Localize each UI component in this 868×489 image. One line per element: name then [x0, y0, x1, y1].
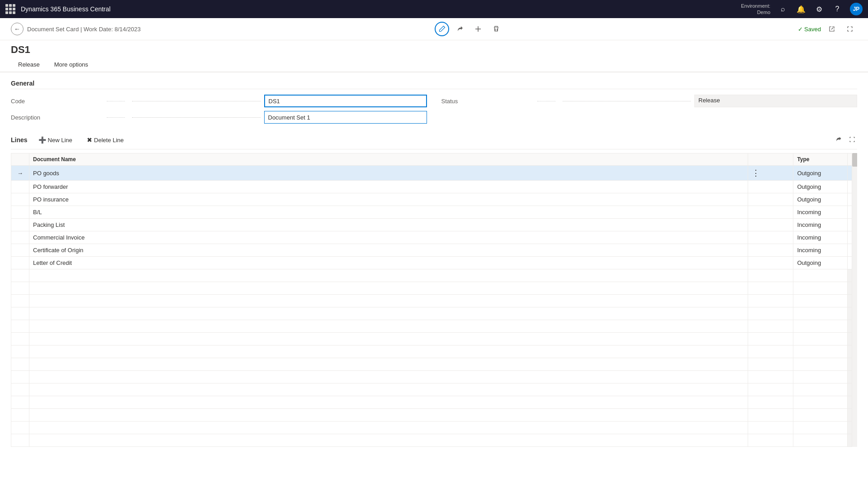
table-row[interactable] [11, 434, 857, 447]
user-avatar[interactable]: JP [850, 3, 863, 15]
empty-cell [793, 371, 848, 384]
empty-cell [748, 434, 793, 447]
scrollbar-thumb[interactable] [852, 153, 857, 167]
table-row[interactable] [11, 409, 857, 422]
empty-cell [29, 269, 748, 282]
delete-line-icon: ✖ [87, 136, 92, 144]
main-content: General Code Description [0, 72, 868, 489]
table-row[interactable]: Packing ListIncoming [11, 219, 857, 231]
row-document-name: Certificate of Origin [29, 244, 748, 257]
table-row[interactable]: →PO goods⋮Outgoing [11, 166, 857, 181]
share-button[interactable] [453, 22, 467, 36]
settings-icon[interactable]: ⚙ [814, 4, 825, 14]
bell-icon[interactable]: 🔔 [796, 4, 806, 14]
breadcrumb: Document Set Card | Work Date: 8/14/2023 [27, 26, 141, 33]
table-row[interactable] [11, 345, 857, 358]
add-button[interactable] [471, 22, 485, 36]
empty-cell [748, 384, 793, 396]
row-context-menu-icon[interactable]: ⋮ [752, 168, 760, 177]
empty-cell [11, 320, 29, 333]
empty-cell [748, 358, 793, 371]
open-in-button[interactable] [825, 22, 839, 36]
delete-line-button[interactable]: ✖ Delete Line [83, 134, 128, 145]
empty-cell [748, 295, 793, 307]
empty-cell [793, 333, 848, 345]
row-extra [748, 257, 793, 269]
table-row[interactable] [11, 269, 857, 282]
empty-cell [11, 434, 29, 447]
table-row[interactable]: PO forwarderOutgoing [11, 181, 857, 193]
row-arrow [11, 219, 29, 231]
lines-expand-button[interactable] [847, 135, 857, 145]
back-button[interactable]: ← [11, 23, 24, 35]
lines-share-button[interactable] [834, 135, 844, 145]
row-type: Incoming [793, 244, 848, 257]
delete-button[interactable] [489, 22, 503, 36]
table-row[interactable]: B/LIncoming [11, 206, 857, 219]
empty-cell [29, 320, 748, 333]
empty-cell [748, 282, 793, 295]
table-row[interactable]: Letter of CreditOutgoing [11, 257, 857, 269]
empty-cell [793, 320, 848, 333]
table-row[interactable] [11, 358, 857, 371]
row-document-name: PO goods [29, 166, 748, 181]
field-label-status: Status [441, 98, 559, 105]
row-type: Outgoing [793, 181, 848, 193]
table-row[interactable] [11, 320, 857, 333]
field-label-code: Code [11, 98, 128, 105]
empty-cell [748, 345, 793, 358]
toolbar-actions [435, 22, 503, 36]
field-row-status: Status Release [441, 95, 858, 107]
row-extra [748, 206, 793, 219]
app-launcher-icon[interactable] [5, 4, 15, 14]
table-scrollbar[interactable] [852, 153, 857, 447]
table-row[interactable]: Certificate of OriginIncoming [11, 244, 857, 257]
table-row[interactable] [11, 371, 857, 384]
table-row[interactable] [11, 422, 857, 434]
page-title-bar: DS1 [0, 40, 868, 58]
tab-release[interactable]: Release [11, 58, 47, 72]
row-document-name: PO insurance [29, 193, 748, 206]
expand-button[interactable] [843, 22, 857, 36]
col-header-document-name: Document Name [29, 153, 748, 166]
empty-cell [29, 282, 748, 295]
tab-more-options[interactable]: More options [47, 58, 95, 72]
table-row[interactable]: PO insuranceOutgoing [11, 193, 857, 206]
row-arrow: → [11, 166, 29, 181]
empty-cell [793, 282, 848, 295]
general-section: General Code Description [11, 80, 857, 127]
row-arrow [11, 231, 29, 244]
row-type: Outgoing [793, 166, 848, 181]
empty-cell [748, 333, 793, 345]
table-row[interactable] [11, 307, 857, 320]
empty-cell [748, 422, 793, 434]
empty-cell [11, 409, 29, 422]
empty-cell [11, 371, 29, 384]
table-row[interactable] [11, 282, 857, 295]
new-line-icon: ➕ [38, 136, 46, 144]
lines-title: Lines [11, 136, 28, 144]
field-input-description[interactable] [264, 111, 427, 124]
table-row[interactable] [11, 295, 857, 307]
search-icon[interactable]: ⌕ [778, 4, 788, 14]
page-container: ← Document Set Card | Work Date: 8/14/20… [0, 18, 868, 489]
new-line-button[interactable]: ➕ New Line [35, 134, 76, 145]
table-row[interactable] [11, 396, 857, 409]
help-icon[interactable]: ? [832, 4, 843, 14]
empty-cell [29, 434, 748, 447]
table-row[interactable] [11, 333, 857, 345]
row-document-name: Letter of Credit [29, 257, 748, 269]
empty-cell [793, 295, 848, 307]
environment-badge: Environment: Demo [741, 3, 770, 16]
table-row[interactable]: Commercial InvoiceIncoming [11, 231, 857, 244]
row-extra[interactable]: ⋮ [748, 166, 793, 181]
empty-cell [793, 396, 848, 409]
empty-cell [11, 345, 29, 358]
field-input-code[interactable] [264, 95, 427, 107]
lines-header: Lines ➕ New Line ✖ Delete Line [11, 134, 857, 149]
table-row[interactable] [11, 384, 857, 396]
empty-cell [793, 358, 848, 371]
empty-cell [29, 422, 748, 434]
empty-cell [748, 409, 793, 422]
edit-button[interactable] [435, 22, 449, 36]
